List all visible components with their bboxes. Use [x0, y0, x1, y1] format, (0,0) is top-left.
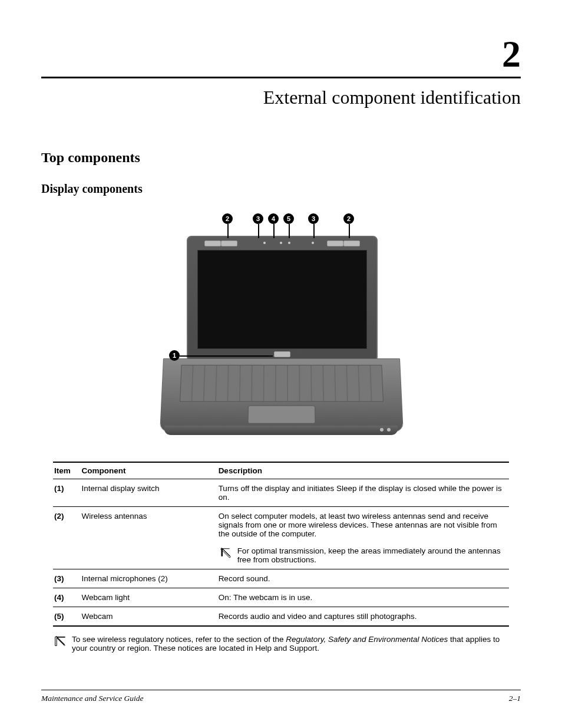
callout-3-left: 3 [253, 213, 263, 224]
table-row: (2) Wireless antennas On select computer… [53, 507, 509, 569]
footnote-pre: To see wireless regulatory notices, refe… [72, 635, 286, 644]
inline-note: For optimal transmission, keep the areas… [219, 543, 504, 564]
table-row: (5) Webcam Records audio and video and c… [53, 607, 509, 627]
section-heading-display-components: Display components [41, 182, 521, 196]
footnote-italic: Regulatory, Safety and Environmental Not… [286, 635, 448, 644]
callout-4: 4 [268, 213, 279, 224]
callout-1: 1 [169, 350, 180, 361]
cell-description-text: On select computer models, at least two … [219, 512, 504, 538]
chapter-title: External component identification [41, 87, 521, 108]
cell-item: (2) [53, 507, 80, 569]
table-footnote-text: To see wireless regulatory notices, refe… [72, 635, 508, 653]
footer-right: 2–1 [509, 694, 521, 703]
cell-item: (1) [53, 479, 80, 507]
th-description: Description [217, 462, 509, 479]
components-table: Item Component Description (1) Internal … [53, 462, 509, 627]
cell-description: Record sound. [217, 569, 509, 588]
cell-item: (3) [53, 569, 80, 588]
page-footer: Maintenance and Service Guide 2–1 [41, 690, 521, 703]
cell-description: Records audio and video and captures sti… [217, 607, 509, 627]
cell-item: (5) [53, 607, 80, 627]
cell-component: Webcam light [80, 588, 217, 607]
chapter-number: 2 [41, 35, 521, 73]
th-component: Component [80, 462, 217, 479]
cell-component: Wireless antennas [80, 507, 217, 569]
table-footnote: To see wireless regulatory notices, refe… [53, 631, 509, 653]
callout-2-left: 2 [222, 213, 233, 224]
callout-3-right: 3 [308, 213, 319, 224]
cell-component: Internal microphones (2) [80, 569, 217, 588]
laptop-illustration: 2 3 4 5 3 2 1 [151, 212, 411, 436]
chapter-rule [41, 77, 521, 78]
cell-description: Turns off the display and initiates Slee… [217, 479, 509, 507]
cell-component: Webcam [80, 607, 217, 627]
cell-description: On select computer models, at least two … [217, 507, 509, 569]
footer-left: Maintenance and Service Guide [41, 694, 144, 703]
cell-item: (4) [53, 588, 80, 607]
callout-5: 5 [283, 213, 294, 224]
table-row: (4) Webcam light On: The webcam is in us… [53, 588, 509, 607]
note-icon [220, 546, 232, 564]
section-heading-top-components: Top components [41, 150, 521, 166]
cell-description: On: The webcam is in use. [217, 588, 509, 607]
note-icon [54, 635, 66, 653]
callout-2-right: 2 [343, 213, 354, 224]
cell-component: Internal display switch [80, 479, 217, 507]
table-row: (3) Internal microphones (2) Record soun… [53, 569, 509, 588]
inline-note-text: For optimal transmission, keep the areas… [237, 546, 503, 564]
table-row: (1) Internal display switch Turns off th… [53, 479, 509, 507]
th-item: Item [53, 462, 80, 479]
